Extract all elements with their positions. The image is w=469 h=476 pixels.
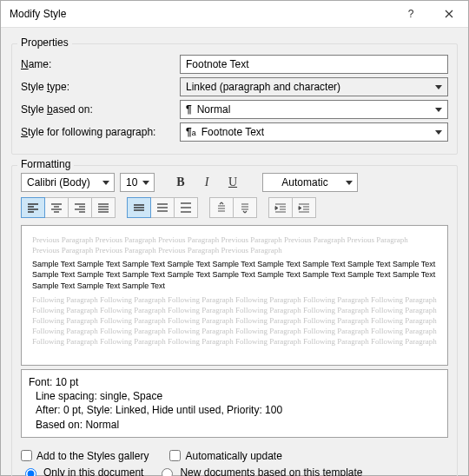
following-select[interactable]: ¶aFootnote Text: [180, 122, 448, 142]
new-docs-radio[interactable]: New documents based on this template: [157, 466, 362, 476]
desc-line: Font: 10 pt: [29, 375, 439, 389]
style-type-label: Style type:: [21, 81, 173, 93]
align-left-icon: [27, 202, 39, 213]
bold-button[interactable]: B: [170, 173, 191, 192]
help-button[interactable]: ?: [392, 1, 430, 27]
font-color-combo[interactable]: Automatic: [262, 173, 358, 192]
align-justify-icon: [97, 202, 109, 213]
align-right-button[interactable]: [68, 197, 92, 218]
align-right-icon: [74, 202, 86, 213]
formatting-legend: Formatting: [17, 158, 74, 170]
pilcrow-icon: ¶a: [186, 126, 196, 138]
name-input[interactable]: Footnote Text: [180, 55, 448, 74]
based-on-label: Style based on:: [21, 103, 173, 116]
font-toolbar: Calibri (Body) 10 B I U Automatic: [21, 173, 448, 192]
indent-increase-button[interactable]: [292, 197, 316, 218]
preview-following: Following Paragraph Following Paragraph …: [32, 294, 437, 347]
modify-style-dialog: Modify Style ? Properties Name: Footnote…: [0, 0, 469, 476]
preview-sample: Sample Text Sample Text Sample Text Samp…: [32, 259, 437, 290]
paragraph-toolbar: [21, 197, 448, 218]
space-before-inc-icon: [215, 202, 228, 214]
indent-decrease-icon: [274, 202, 287, 213]
desc-line: Line spacing: single, Space: [36, 389, 439, 403]
based-on-select[interactable]: ¶Normal: [180, 100, 448, 119]
italic-button[interactable]: I: [196, 173, 217, 192]
properties-group: Properties Name: Footnote Text Style typ…: [11, 43, 458, 155]
window-title: Modify Style: [10, 8, 392, 20]
spacing-15-icon: [156, 202, 168, 213]
desc-line: After: 0 pt, Style: Linked, Hide until u…: [36, 403, 439, 417]
pilcrow-icon: ¶: [186, 103, 192, 116]
name-label: Name:: [21, 58, 173, 70]
properties-legend: Properties: [17, 36, 72, 49]
desc-line: Based on: Normal: [36, 418, 439, 432]
indent-increase-icon: [298, 202, 310, 213]
spacing-1-icon: [133, 202, 145, 213]
spacing-2-button[interactable]: [174, 197, 198, 218]
close-icon: [445, 10, 453, 18]
following-label: Style for following paragraph:: [21, 126, 173, 138]
preview-pane: Previous Paragraph Previous Paragraph Pr…: [21, 225, 448, 366]
close-button[interactable]: [430, 1, 468, 27]
font-size-combo[interactable]: 10: [120, 173, 155, 192]
font-name-combo[interactable]: Calibri (Body): [21, 173, 115, 192]
formatting-group: Formatting Calibri (Body) 10 B I U Autom…: [11, 165, 458, 476]
only-doc-radio[interactable]: Only in this document: [21, 466, 143, 476]
style-description: Font: 10 pt Line spacing: single, Space …: [21, 369, 448, 438]
space-before-dec-icon: [239, 202, 251, 214]
spacing-1-button[interactable]: [127, 197, 151, 218]
space-before-inc-button[interactable]: [209, 197, 234, 218]
indent-decrease-button[interactable]: [268, 197, 293, 218]
spacing-15-button[interactable]: [150, 197, 175, 218]
align-center-icon: [50, 202, 63, 213]
preview-previous: Previous Paragraph Previous Paragraph Pr…: [32, 235, 437, 255]
space-before-dec-button[interactable]: [233, 197, 257, 218]
auto-update-checkbox[interactable]: Automatically update: [169, 450, 281, 462]
align-center-button[interactable]: [44, 197, 69, 218]
titlebar: Modify Style ?: [1, 1, 468, 28]
spacing-2-icon: [180, 202, 192, 213]
style-type-select[interactable]: Linked (paragraph and character): [180, 77, 448, 96]
underline-button[interactable]: U: [222, 173, 243, 192]
add-gallery-checkbox[interactable]: Add to the Styles gallery: [21, 450, 149, 462]
align-left-button[interactable]: [21, 197, 45, 218]
align-justify-button[interactable]: [91, 197, 116, 218]
